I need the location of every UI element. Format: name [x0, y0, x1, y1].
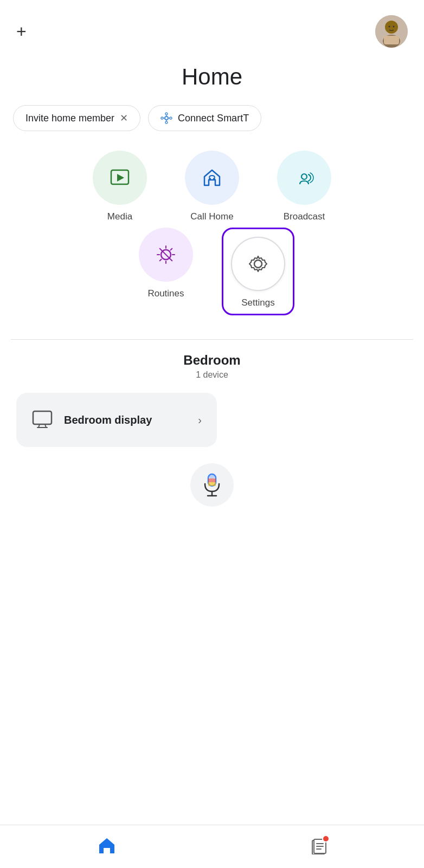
svg-line-26 [171, 260, 172, 261]
broadcast-action[interactable]: Broadcast [269, 151, 339, 222]
mic-area [0, 463, 424, 507]
svg-point-4 [389, 26, 390, 28]
svg-line-27 [171, 249, 172, 250]
svg-point-9 [161, 117, 163, 119]
svg-point-17 [209, 178, 211, 180]
add-button[interactable]: + [16, 23, 27, 40]
nav-activity[interactable] [310, 837, 327, 857]
routines-action[interactable]: Routines [131, 228, 201, 315]
invite-chip-label: Invite home member [25, 113, 114, 124]
svg-line-25 [160, 249, 162, 250]
bottom-nav [0, 825, 424, 868]
chips-row: Invite home member ✕ Connect SmartT [0, 105, 424, 131]
routines-circle [139, 228, 193, 282]
action-grid: Media Call Home [0, 151, 424, 326]
mic-icon [202, 473, 222, 497]
svg-rect-37 [208, 478, 216, 482]
invite-chip[interactable]: Invite home member ✕ [13, 105, 140, 131]
routines-icon [153, 242, 179, 268]
call-home-action[interactable]: Call Home [177, 151, 247, 222]
device-name: Bedroom display [64, 413, 187, 427]
media-label: Media [107, 211, 132, 222]
settings-action[interactable]: Settings [223, 228, 293, 315]
avatar[interactable] [375, 15, 408, 48]
svg-point-7 [165, 113, 168, 115]
device-chevron-icon: › [198, 414, 202, 426]
call-home-label: Call Home [190, 211, 233, 222]
smartthings-icon [160, 112, 172, 124]
activity-badge [322, 835, 330, 843]
top-bar: + [0, 0, 424, 53]
svg-line-28 [160, 260, 162, 261]
connect-chip[interactable]: Connect SmartT [148, 105, 261, 131]
room-section: Bedroom 1 device Bedroom display › [0, 353, 424, 447]
page-title: Home [0, 64, 424, 90]
svg-point-6 [165, 116, 168, 120]
svg-rect-3 [384, 36, 399, 44]
svg-rect-38 [208, 482, 216, 486]
settings-highlight-box: Settings [222, 228, 294, 315]
media-circle [93, 151, 147, 205]
media-icon [108, 166, 132, 190]
svg-point-8 [165, 121, 168, 124]
svg-point-18 [213, 178, 215, 180]
action-row-2: Routines Settings [131, 228, 293, 315]
svg-rect-31 [33, 411, 52, 424]
section-divider [11, 339, 413, 340]
home-nav-icon [97, 836, 117, 856]
broadcast-icon [292, 166, 316, 190]
media-action[interactable]: Media [85, 151, 155, 222]
settings-icon [245, 251, 271, 277]
svg-marker-16 [117, 174, 124, 182]
invite-chip-close[interactable]: ✕ [120, 112, 128, 124]
call-home-icon [200, 166, 224, 190]
nav-home[interactable] [97, 836, 117, 858]
display-icon [31, 408, 53, 432]
action-row-1: Media Call Home [85, 151, 339, 222]
svg-point-10 [170, 117, 172, 119]
broadcast-label: Broadcast [284, 211, 325, 222]
svg-point-5 [393, 26, 395, 28]
connect-chip-label: Connect SmartT [178, 113, 249, 124]
device-card[interactable]: Bedroom display › [16, 393, 217, 447]
call-home-circle [185, 151, 239, 205]
svg-rect-36 [208, 474, 216, 478]
routines-label: Routines [147, 288, 184, 299]
mic-button[interactable] [190, 463, 234, 507]
room-title: Bedroom [16, 353, 408, 368]
settings-circle [231, 237, 285, 291]
broadcast-circle [277, 151, 331, 205]
svg-point-19 [301, 174, 307, 179]
svg-point-2 [385, 21, 398, 34]
svg-point-30 [254, 260, 262, 268]
room-device-count: 1 device [16, 370, 408, 380]
settings-label: Settings [241, 297, 274, 308]
